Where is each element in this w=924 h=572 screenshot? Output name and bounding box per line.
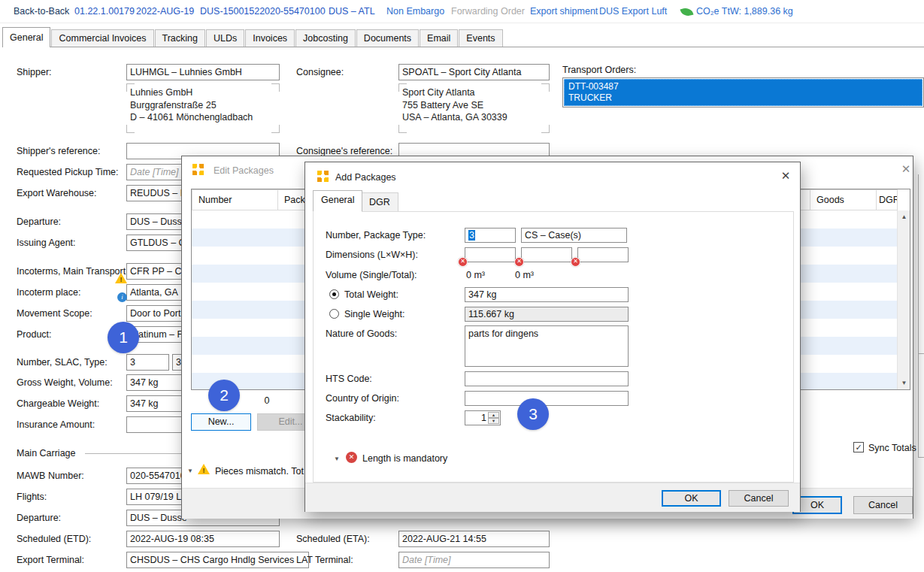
stackability-label: Stackability: — [326, 413, 376, 424]
hts-code-label: HTS Code: — [326, 374, 372, 385]
package-number-field[interactable]: 3 — [465, 228, 516, 243]
error-expander-icon[interactable]: ▼ — [334, 455, 340, 462]
sync-totals-checkbox[interactable]: ✓ — [853, 442, 864, 452]
scroll-up-icon[interactable]: ▲ — [898, 210, 910, 223]
departure-label: Departure: — [17, 216, 61, 228]
flights-label: Flights: — [17, 492, 47, 503]
tab-general[interactable]: General — [2, 27, 50, 47]
lat-terminal-field[interactable]: Date [Time] — [398, 552, 550, 568]
column-header-goods[interactable]: Goods — [810, 189, 877, 210]
shipper-field[interactable]: LUHMGL – Luhnies GmbH — [126, 64, 280, 80]
file-ref-link[interactable]: DUS-15001522 — [200, 6, 265, 17]
transport-orders-label: Transport Orders: — [562, 65, 636, 76]
add-dialog-cancel-button[interactable]: Cancel — [729, 490, 789, 507]
scope-app-icon — [317, 171, 329, 182]
length-field[interactable] — [465, 247, 516, 262]
issuing-agent-label: Issuing Agent: — [17, 238, 76, 249]
country-of-origin-field[interactable] — [465, 391, 629, 406]
tab-documents[interactable]: Documents — [356, 29, 419, 47]
annotation-step-2: 2 — [208, 380, 240, 411]
package-type-field[interactable]: CS – Case(s) — [521, 228, 627, 243]
transport-order-number: DTT-003487 — [568, 81, 922, 92]
edit-dialog-close-icon[interactable]: ✕ — [898, 162, 914, 176]
volume-single-value: 0 m³ — [466, 270, 485, 281]
add-dialog-close-icon[interactable]: ✕ — [777, 169, 794, 183]
main-carriage-section-label: Main Carriage — [17, 448, 76, 459]
co2-value: CO₂e TtW: 1,889.36 kg — [696, 6, 793, 17]
tab-ulds[interactable]: ULDs — [206, 29, 244, 47]
gross-weight-label: Gross Weight, Volume: — [17, 377, 113, 389]
new-package-button[interactable]: New... — [191, 413, 251, 431]
pieces-mismatch-warning-text: Pieces mismatch. Tot — [215, 466, 304, 477]
stackability-down-icon[interactable]: ▼ — [488, 418, 499, 424]
tab-events[interactable]: Events — [459, 29, 502, 47]
consignee-label: Consignee: — [296, 67, 344, 78]
tab-tracking[interactable]: Tracking — [155, 29, 205, 47]
height-field[interactable] — [577, 247, 629, 262]
background-panel-tick — [918, 353, 924, 354]
tab-email[interactable]: Email — [420, 29, 458, 47]
single-weight-label: Single Weight: — [344, 309, 404, 320]
width-field[interactable] — [521, 247, 572, 262]
volume-total-value: 0 m³ — [515, 270, 534, 281]
length-mandatory-error-icon: ✕ — [346, 452, 357, 463]
packages-table-scrollbar[interactable]: ▲ ▼ — [897, 210, 910, 389]
incoterms-label: Incoterms, Main Transport: — [17, 266, 129, 277]
scheduled-etd-field[interactable]: 2022-AUG-19 08:35 — [126, 531, 280, 547]
number-field[interactable]: 3 — [126, 354, 169, 371]
pieces-count-total: 0 — [257, 395, 277, 407]
add-dialog-footer — [305, 483, 800, 512]
export-warehouse-label: Export Warehouse: — [17, 188, 97, 199]
tab-invoices[interactable]: Invoices — [245, 29, 295, 47]
stackability-up-icon[interactable]: ▲ — [488, 412, 499, 418]
number-slac-type-label: Number, SLAC, Type: — [17, 357, 108, 368]
add-dialog-ok-button[interactable]: OK — [662, 490, 721, 507]
main-tab-strip: General Commercial Invoices Tracking ULD… — [2, 27, 924, 47]
total-weight-field[interactable]: 347 kg — [465, 287, 629, 302]
embargo-status[interactable]: Non Embargo — [386, 6, 444, 17]
scheduled-eta-label: Scheduled (ETA): — [296, 534, 370, 545]
transport-order-item[interactable]: DTT-003487 TRUCKER — [564, 79, 922, 106]
volume-label: Volume (Single/Total): — [326, 270, 417, 281]
awb-link[interactable]: 020-55470100 — [265, 6, 326, 17]
country-of-origin-label: Country of Origin: — [326, 393, 399, 404]
export-shipment-link[interactable]: Export shipment — [530, 6, 598, 17]
add-tab-general[interactable]: General — [313, 190, 362, 212]
width-error-icon: ✕ — [514, 257, 524, 267]
scope-app-icon — [192, 164, 204, 175]
export-terminal-field[interactable]: CHSDUS – CHS Cargo Hndlg Services — [126, 552, 309, 568]
branch-link[interactable]: DUS Export Luft — [599, 6, 667, 17]
column-header-dgr[interactable]: DGR — [876, 189, 898, 210]
tab-commercial-invoices[interactable]: Commercial Invoices — [51, 29, 153, 47]
tab-jobcosting[interactable]: Jobcosting — [295, 29, 356, 47]
consignee-address: Sport City Atlanta 755 Battery Ave SE US… — [402, 86, 507, 124]
single-weight-radio[interactable] — [329, 309, 339, 319]
hts-code-field[interactable] — [465, 371, 629, 386]
consignee-field[interactable]: SPOATL – Sport City Atlanta — [398, 64, 550, 80]
nature-of-goods-label: Nature of Goods: — [326, 328, 397, 340]
nature-of-goods-field[interactable]: parts for dingens — [465, 325, 629, 367]
scheduled-eta-field[interactable]: 2022-AUG-21 14:55 — [398, 531, 550, 547]
column-header-number[interactable]: Number — [192, 189, 278, 210]
main-window: { "topbar": { "workflow": "Back-to-Back"… — [0, 0, 924, 572]
workflow-label: Back-to-Back — [14, 6, 69, 17]
edit-dialog-cancel-button[interactable]: Cancel — [853, 496, 913, 514]
route-link[interactable]: DUS – ATL — [329, 6, 375, 17]
length-mandatory-error-text: Length is mandatory — [362, 453, 447, 465]
transport-orders-list[interactable]: DTT-003487 TRUCKER — [562, 77, 924, 107]
date-link[interactable]: 2022-AUG-19 — [136, 6, 194, 17]
stackability-stepper[interactable]: 1 ▲ ▼ — [465, 410, 501, 425]
scroll-down-icon[interactable]: ▼ — [898, 377, 910, 389]
pieces-mismatch-warning-icon: ! — [198, 464, 210, 474]
total-weight-radio[interactable] — [329, 289, 339, 299]
add-tab-dgr[interactable]: DGR — [361, 192, 398, 212]
shipper-label: Shipper: — [17, 67, 52, 78]
export-terminal-label: Export Terminal: — [17, 555, 84, 566]
co2-leaf-icon — [680, 6, 694, 18]
warning-expander-icon[interactable]: ▼ — [187, 468, 193, 474]
version-link[interactable]: 01.22.1.00179 — [74, 6, 135, 17]
single-weight-field[interactable]: 115.667 kg — [465, 307, 629, 322]
top-status-bar: Back-to-Back 01.22.1.00179 2022-AUG-19 D… — [0, 0, 924, 23]
length-error-icon: ✕ — [458, 257, 468, 267]
height-error-icon: ✕ — [571, 257, 580, 267]
